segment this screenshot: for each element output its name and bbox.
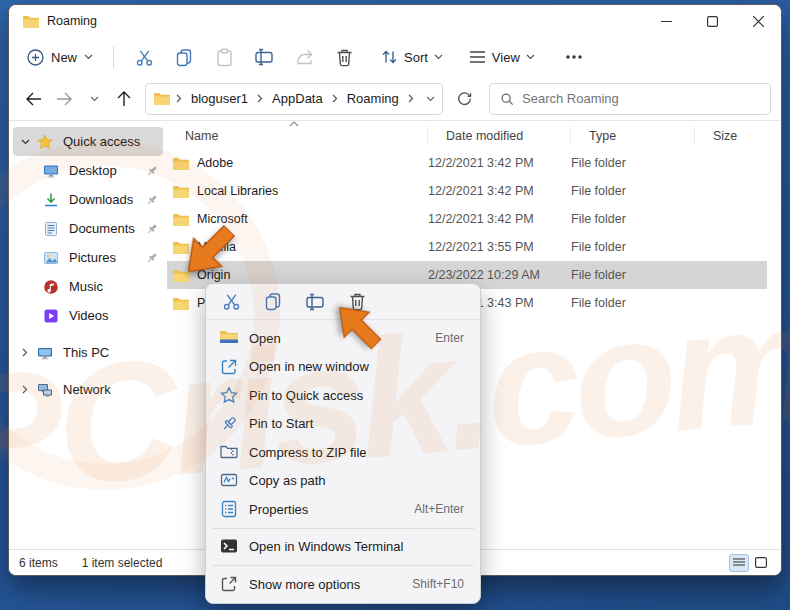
pin-icon: [145, 193, 159, 207]
sidebar-item-documents[interactable]: Documents: [13, 214, 163, 243]
breadcrumb-item[interactable]: Roaming: [344, 89, 402, 108]
sidebar-item-label: Desktop: [69, 163, 117, 178]
back-button[interactable]: [19, 84, 49, 114]
minimize-button[interactable]: [643, 5, 689, 37]
menu-item-open-in-new-window[interactable]: Open in new window: [210, 353, 476, 382]
address-bar: bloguser1 AppData Roaming: [9, 77, 781, 121]
new-button[interactable]: New: [17, 44, 103, 71]
downloads-icon: [43, 192, 59, 208]
file-type: File folder: [571, 296, 695, 310]
copy-icon-button[interactable]: [258, 288, 288, 316]
music-icon: [43, 279, 59, 295]
menu-item-label: Pin to Start: [249, 416, 313, 431]
sort-icon: [381, 49, 398, 65]
file-name: Adobe: [197, 156, 233, 170]
breadcrumb[interactable]: bloguser1 AppData Roaming: [145, 83, 443, 115]
menu-item-show-more-options[interactable]: Show more options Shift+F10: [210, 570, 476, 599]
sidebar-item-music[interactable]: Music: [13, 272, 163, 301]
folder-icon: [173, 297, 189, 310]
rename-button[interactable]: [244, 41, 284, 73]
plus-circle-icon: [27, 49, 44, 66]
folder-icon: [173, 185, 189, 198]
sidebar-item-label: Quick access: [63, 134, 140, 149]
table-row[interactable]: Local Libraries 12/2/2021 3:42 PM File f…: [167, 177, 767, 205]
table-row[interactable]: Mozilla 12/2/2021 3:55 PM File folder: [167, 233, 767, 261]
sort-button-label: Sort: [404, 50, 428, 65]
sort-button[interactable]: Sort: [372, 44, 452, 70]
column-header-type[interactable]: Type: [571, 127, 695, 145]
chevron-down-icon: [84, 54, 93, 60]
star-icon: [37, 134, 53, 150]
menu-item-label: Compress to ZIP file: [249, 445, 367, 460]
properties-icon: [220, 500, 238, 518]
menu-item-open-in-windows-terminal[interactable]: Open in Windows Terminal: [210, 533, 476, 562]
copy-button[interactable]: [164, 41, 204, 73]
menu-separator: [212, 528, 474, 529]
table-row[interactable]: Microsoft 12/2/2021 3:42 PM File folder: [167, 205, 767, 233]
file-type: File folder: [571, 240, 695, 254]
sidebar-item-videos[interactable]: Videos: [13, 301, 163, 330]
sidebar-item-label: Videos: [69, 308, 109, 323]
cut-icon-button[interactable]: [216, 288, 246, 316]
command-bar: New Sort View: [9, 37, 781, 77]
file-type: File folder: [571, 268, 695, 282]
details-view-button[interactable]: [729, 554, 749, 572]
refresh-button[interactable]: [449, 84, 479, 114]
toolbar-divider: [113, 46, 114, 68]
breadcrumb-item[interactable]: bloguser1: [188, 89, 251, 108]
menu-item-compress-to-zip[interactable]: Compress to ZIP file: [210, 438, 476, 467]
search-box[interactable]: [489, 83, 771, 115]
rename-icon-button[interactable]: [300, 288, 330, 316]
forward-button[interactable]: [49, 84, 79, 114]
share-button[interactable]: [284, 41, 324, 73]
menu-item-shortcut: Shift+F10: [412, 577, 464, 591]
navigation-pane: Quick access Desktop Downloads Documents…: [9, 121, 167, 549]
open-new-window-icon: [220, 358, 238, 376]
maximize-button[interactable]: [689, 5, 735, 37]
sidebar-item-this-pc[interactable]: This PC: [13, 338, 163, 367]
file-date: 12/2/2021 3:42 PM: [428, 212, 571, 226]
column-header-size[interactable]: Size: [695, 127, 781, 145]
menu-item-label: Properties: [249, 502, 308, 517]
cut-button[interactable]: [124, 41, 164, 73]
videos-icon: [43, 308, 59, 324]
sidebar-item-label: Downloads: [69, 192, 133, 207]
folder-icon: [173, 157, 189, 170]
view-button[interactable]: View: [460, 45, 544, 70]
column-header-date-modified[interactable]: Date modified: [428, 127, 571, 145]
menu-item-copy-as-path[interactable]: Copy as path: [210, 467, 476, 496]
chevron-right-icon: [332, 94, 338, 103]
sort-ascending-icon: [289, 121, 299, 127]
pictures-icon: [43, 250, 59, 266]
search-input[interactable]: [522, 91, 760, 106]
table-row[interactable]: Adobe 12/2/2021 3:42 PM File folder: [167, 149, 767, 177]
address-dropdown-chevron[interactable]: [426, 96, 435, 102]
menu-item-pin-to-quick-access[interactable]: Pin to Quick access: [210, 381, 476, 410]
file-date: 12/2/2021 3:42 PM: [428, 156, 571, 170]
up-button[interactable]: [109, 84, 139, 114]
desktop-icon: [43, 163, 59, 179]
column-header-name[interactable]: Name: [167, 127, 428, 145]
new-button-label: New: [51, 50, 77, 65]
delete-button[interactable]: [324, 41, 364, 73]
sidebar-item-pictures[interactable]: Pictures: [13, 243, 163, 272]
zip-folder-icon: [220, 443, 238, 461]
breadcrumb-item[interactable]: AppData: [269, 89, 326, 108]
sidebar-item-network[interactable]: Network: [13, 375, 163, 404]
pin-outline-icon: [220, 415, 238, 433]
thumbnail-view-button[interactable]: [751, 554, 771, 572]
chevron-down-icon: [13, 139, 37, 145]
copy-as-path-icon: [220, 472, 238, 490]
sidebar-item-downloads[interactable]: Downloads: [13, 185, 163, 214]
paste-button[interactable]: [204, 41, 244, 73]
more-options-button[interactable]: [554, 41, 594, 73]
folder-icon: [173, 213, 189, 226]
menu-item-properties[interactable]: Properties Alt+Enter: [210, 495, 476, 524]
recent-locations-chevron[interactable]: [79, 84, 109, 114]
sidebar-item-desktop[interactable]: Desktop: [13, 156, 163, 185]
close-button[interactable]: [735, 5, 781, 37]
file-name: Local Libraries: [197, 184, 278, 198]
menu-item-pin-to-start[interactable]: Pin to Start: [210, 410, 476, 439]
sidebar-item-quick-access[interactable]: Quick access: [13, 127, 163, 156]
window-title: Roaming: [47, 14, 97, 28]
